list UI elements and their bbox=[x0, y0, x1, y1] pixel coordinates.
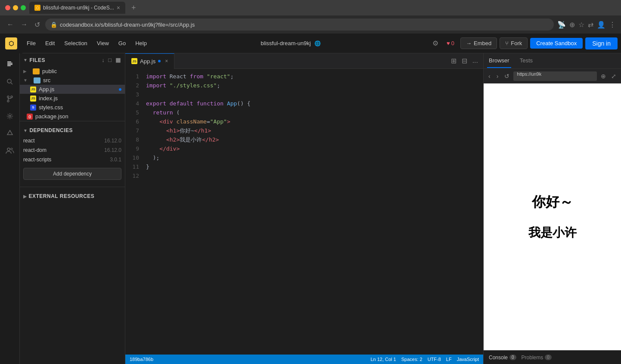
activity-deploy-icon[interactable] bbox=[2, 126, 18, 141]
file-icon-app-js: JS bbox=[30, 86, 36, 93]
preview-extra-buttons: ⊕ ⤢ bbox=[599, 71, 618, 81]
dep-react-scripts-name: react-scripts bbox=[23, 157, 51, 163]
dot-yellow[interactable] bbox=[13, 5, 18, 10]
folder-public[interactable]: ▶ public bbox=[20, 67, 125, 76]
new-tab-button[interactable]: + bbox=[129, 3, 139, 12]
folder-src-icon bbox=[34, 77, 40, 83]
preview-h1-text: 你好～ bbox=[532, 193, 573, 212]
forward-button[interactable]: → bbox=[19, 19, 29, 30]
address-input[interactable]: 🔒 codesandbox.io/s/blissful-dream-un9kj?… bbox=[45, 19, 554, 31]
problems-tab[interactable]: Problems 0 bbox=[522, 355, 552, 361]
sort-icon[interactable]: ↓ bbox=[101, 56, 106, 64]
dot-green[interactable] bbox=[21, 5, 26, 10]
file-styles-css[interactable]: S styles.css bbox=[20, 103, 125, 112]
deps-list: react 16.12.0 react-dom 16.12.0 react-sc… bbox=[20, 136, 125, 164]
browser-chrome: ⬡ blissful-dream-un9kj - CodeS... × + bbox=[0, 0, 621, 15]
cast-icon[interactable]: 📡 bbox=[557, 21, 566, 29]
create-sandbox-button[interactable]: Create Sandbox bbox=[530, 38, 583, 49]
activity-files-icon[interactable] bbox=[2, 57, 18, 72]
tab-tests[interactable]: Tests bbox=[518, 54, 534, 68]
preview-open-external-icon[interactable]: ⤢ bbox=[609, 71, 618, 81]
code-editor[interactable]: 1 import React from "react"; 2 import ".… bbox=[125, 69, 483, 355]
console-count: 0 bbox=[509, 355, 516, 360]
line-num-12: 12 bbox=[125, 172, 146, 181]
line-content-3 bbox=[146, 90, 483, 99]
activity-team-icon[interactable] bbox=[2, 143, 18, 158]
file-index-js-label: index.js bbox=[39, 95, 58, 102]
status-bar: 189ba786b Ln 12, Col 1 Spaces: 2 UTF-8 L… bbox=[125, 355, 483, 364]
tab-close-icon[interactable]: × bbox=[117, 4, 120, 11]
menu-go[interactable]: Go bbox=[114, 37, 130, 49]
folder-src[interactable]: ▼ src bbox=[20, 76, 125, 85]
files-collapse-icon[interactable]: ▼ bbox=[23, 58, 28, 62]
editor-tab-app-js[interactable]: JS App.js × bbox=[125, 53, 174, 69]
problems-count: 0 bbox=[545, 355, 552, 360]
screenshot-icon[interactable]: ⊕ bbox=[569, 21, 575, 29]
refresh-button[interactable]: ↺ bbox=[33, 19, 42, 31]
file-modified-dot bbox=[119, 88, 121, 91]
new-file-icon[interactable]: □ bbox=[107, 56, 112, 64]
folder-src-arrow: ▼ bbox=[23, 78, 28, 83]
url-text: codesandbox.io/s/blissful-dream-un9kj?fi… bbox=[60, 22, 195, 28]
file-index-js[interactable]: JS index.js bbox=[20, 94, 125, 103]
editor-more-icon[interactable]: ... bbox=[471, 55, 480, 67]
split-preview-icon[interactable]: ⊟ bbox=[460, 55, 469, 67]
likes-button[interactable]: ♥ 0 bbox=[443, 38, 458, 49]
embed-button[interactable]: → Embed bbox=[460, 37, 497, 49]
external-collapse-icon[interactable]: ▶ bbox=[23, 194, 27, 199]
preview-url-bar[interactable]: https://un9k bbox=[513, 71, 597, 81]
activity-git-icon[interactable] bbox=[2, 91, 18, 107]
back-button[interactable]: ← bbox=[5, 19, 16, 30]
file-app-js-label: App.js bbox=[39, 86, 54, 93]
editor-tab-close-icon[interactable]: × bbox=[165, 58, 168, 64]
file-package-json[interactable]: {} package.json bbox=[20, 112, 125, 121]
add-dependency-button[interactable]: Add dependency bbox=[23, 168, 121, 180]
split-editor-icon[interactable]: ⊞ bbox=[449, 55, 458, 67]
public-icon: 🌐 bbox=[314, 40, 321, 46]
deps-collapse-icon[interactable]: ▼ bbox=[23, 128, 28, 133]
status-encoding: UTF-8 bbox=[428, 357, 441, 362]
sync-icon[interactable]: ⇄ bbox=[588, 21, 593, 29]
code-line-7: 7 <h1>你好~</h1> bbox=[125, 126, 483, 136]
preview-refresh-button[interactable]: ↺ bbox=[502, 71, 512, 81]
activity-settings-icon[interactable] bbox=[2, 108, 18, 124]
file-app-js[interactable]: JS App.js bbox=[20, 85, 125, 94]
status-cursor: Ln 12, Col 1 bbox=[370, 357, 396, 362]
dep-react: react 16.12.0 bbox=[23, 136, 121, 145]
menu-edit[interactable]: Edit bbox=[41, 37, 59, 49]
more-icon[interactable]: ⋮ bbox=[609, 21, 616, 29]
svg-point-11 bbox=[7, 148, 10, 151]
dep-react-version: 16.12.0 bbox=[104, 138, 121, 144]
preview-codesandbox-icon[interactable]: ⊕ bbox=[599, 71, 608, 81]
line-content-4: export default function App() { bbox=[146, 99, 483, 108]
preview-back-button[interactable]: ‹ bbox=[486, 71, 493, 81]
status-language: JavaScript bbox=[457, 357, 479, 362]
browser-tab[interactable]: ⬡ blissful-dream-un9kj - CodeS... × bbox=[29, 2, 125, 14]
tab-browser[interactable]: Browser bbox=[487, 54, 511, 68]
heart-icon: ♥ bbox=[447, 40, 450, 46]
browser-dots bbox=[5, 5, 26, 10]
fork-button[interactable]: ⑂ Fork bbox=[500, 37, 528, 49]
menu-help[interactable]: Help bbox=[131, 37, 151, 49]
line-num-11: 11 bbox=[125, 163, 146, 172]
preview-nav: ‹ › ↺ https://un9k ⊕ ⤢ bbox=[484, 69, 621, 83]
menu-view[interactable]: View bbox=[93, 37, 113, 49]
preview-forward-button[interactable]: › bbox=[494, 71, 501, 81]
signin-button[interactable]: Sign in bbox=[585, 37, 618, 49]
profile-icon[interactable]: 👤 bbox=[597, 21, 605, 29]
dependencies-section: ▼ Dependencies react 16.12.0 react-dom 1… bbox=[20, 121, 125, 187]
dot-red[interactable] bbox=[5, 5, 10, 10]
activity-bar bbox=[0, 53, 20, 364]
menu-selection[interactable]: Selection bbox=[60, 37, 91, 49]
bookmark-icon[interactable]: ☆ bbox=[578, 21, 584, 29]
activity-search-icon[interactable] bbox=[2, 74, 18, 89]
editor-area: JS App.js × ⊞ ⊟ ... 1 import React from … bbox=[125, 53, 483, 364]
new-folder-icon[interactable]: ▦ bbox=[115, 56, 122, 64]
console-tab[interactable]: Console 0 bbox=[489, 355, 516, 361]
dep-react-dom: react-dom 16.12.0 bbox=[23, 145, 121, 155]
code-line-10: 10 ); bbox=[125, 154, 483, 163]
settings-button[interactable]: ⚙ bbox=[430, 37, 441, 49]
line-content-12 bbox=[146, 172, 483, 181]
line-content-9: </div> bbox=[146, 145, 483, 154]
menu-file[interactable]: File bbox=[22, 37, 40, 49]
